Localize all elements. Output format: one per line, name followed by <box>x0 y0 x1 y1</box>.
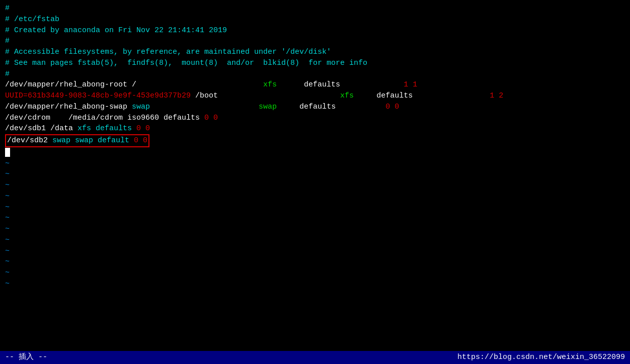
tilde-char: ~ <box>5 192 10 201</box>
terminal-line: ~ <box>5 202 625 213</box>
terminal-line: ~ <box>5 246 625 257</box>
highlighted-line: /dev/sdb2 swap swap default 0 0 <box>5 134 149 147</box>
terminal-line: # Created by anaconda on Fri Nov 22 21:4… <box>5 25 625 36</box>
url-indicator: https://blog.csdn.net/weixin_36522099 <box>457 352 625 363</box>
terminal-line: ~ <box>5 213 625 224</box>
terminal-line: ~ <box>5 279 625 290</box>
tilde-char: ~ <box>5 280 10 288</box>
tilde-char: ~ <box>5 159 10 168</box>
tilde-char: ~ <box>5 203 10 212</box>
tilde-char: ~ <box>5 181 10 190</box>
terminal-line: ~ <box>5 256 625 267</box>
tilde-char: ~ <box>5 225 10 233</box>
terminal: ## /etc/fstab# Created by anaconda on Fr… <box>0 0 630 364</box>
tilde-char: ~ <box>5 236 10 244</box>
terminal-line: UUID=631b3449-9083-48cb-9e9f-453e9d377b2… <box>5 90 625 102</box>
terminal-line: # <box>5 3 625 14</box>
terminal-line: /dev/cdrom /media/cdrom iso9660 defaults… <box>5 113 625 124</box>
terminal-line: ~ <box>5 191 625 202</box>
terminal-line: /dev/mapper/rhel_abong-root / xfs defaul… <box>5 79 625 90</box>
terminal-line: /dev/sdb1 /data xfs defaults 0 0 <box>5 123 625 134</box>
terminal-line: # /etc/fstab <box>5 14 625 25</box>
status-bar: -- 插入 -- https://blog.csdn.net/weixin_36… <box>0 351 630 364</box>
insert-mode-indicator: -- 插入 -- <box>5 352 47 363</box>
terminal-line: ~ <box>5 235 625 246</box>
terminal-line: # Accessible filesystems, by reference, … <box>5 47 625 58</box>
tilde-char: ~ <box>5 170 10 178</box>
terminal-line: /dev/mapper/rhel_abong-swap swap swap de… <box>5 102 625 113</box>
tilde-char: ~ <box>5 268 10 277</box>
terminal-line: /dev/sdb2 swap swap default 0 0 <box>5 134 625 147</box>
terminal-line: # <box>5 36 625 47</box>
terminal-line: ~ <box>5 169 625 180</box>
cursor <box>5 148 10 157</box>
terminal-line: ~ <box>5 158 625 169</box>
terminal-line: ~ <box>5 267 625 279</box>
terminal-line: ~ <box>5 180 625 191</box>
tilde-char: ~ <box>5 257 10 266</box>
tilde-char: ~ <box>5 247 10 255</box>
terminal-line: ~ <box>5 224 625 235</box>
terminal-line <box>5 147 625 158</box>
tilde-char: ~ <box>5 214 10 222</box>
terminal-line: # <box>5 69 625 80</box>
terminal-line: # See man pages fstab(5), findfs(8), mou… <box>5 58 625 69</box>
